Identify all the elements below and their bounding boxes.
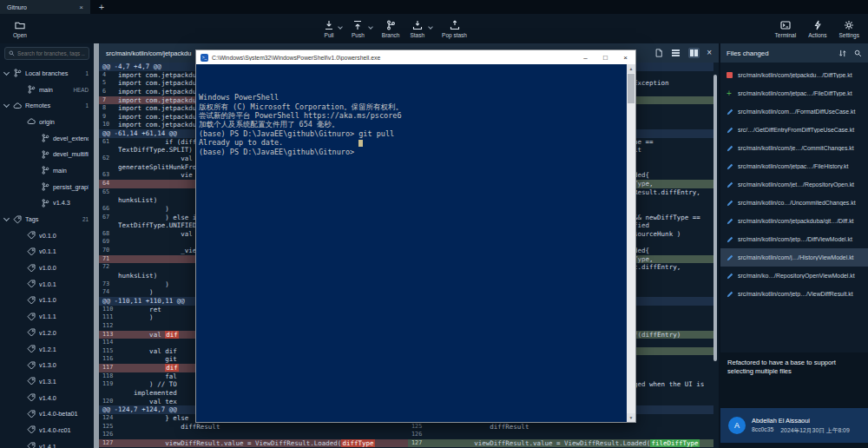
line-text: Type, <box>634 255 654 263</box>
file-row[interactable]: + src/main/kotlin/com/jetpackduba/git…/D… <box>720 212 868 230</box>
file-row[interactable]: + src/main/kotlin/com/jetp…/ViewDiffResu… <box>720 285 868 303</box>
file-row[interactable]: + src/main/kotlin/com/jet…/RepositoryOpe… <box>720 175 868 194</box>
line-text: ) else i <box>118 214 196 221</box>
file-row[interactable]: + src/main/kotlin/com/je…/CommitChanges.… <box>720 139 868 157</box>
file-row[interactable]: + src/main/kotlin/com/jetpackdu…/DiffTyp… <box>720 66 868 84</box>
pull-button[interactable]: Pull <box>319 20 339 38</box>
sort-icon[interactable] <box>838 49 846 57</box>
tab-gitnuro[interactable]: Gitnuro × <box>0 0 90 14</box>
chevron-down-icon[interactable] <box>3 102 10 108</box>
commit-hash: 8cc0c35 <box>752 426 773 435</box>
sidebar-item[interactable]: v1.4.1 <box>0 438 94 448</box>
file-path: src/main/kotlin/com/jetp…/DiffViewModel.… <box>738 236 865 242</box>
file-row[interactable]: + src/main/kotlin/com…/FormatDiffUseCase… <box>720 102 868 121</box>
sidebar-item[interactable]: v1.2.1 <box>0 341 94 358</box>
line-text: @@ -4,7 +4,7 @@ <box>102 63 161 70</box>
search-box[interactable] <box>4 47 89 60</box>
sidebar-item[interactable]: devel_extend_termina… <box>0 130 94 147</box>
new-tab-button[interactable]: + <box>90 0 113 14</box>
pull-dropdown-icon[interactable] <box>338 24 343 30</box>
powershell-window[interactable]: >_ C:\Windows\System32\WindowsPowerShell… <box>195 49 636 423</box>
app-window: Gitnuro × + Open Pull Push <box>0 0 868 448</box>
open-button[interactable]: Open <box>9 20 31 38</box>
sidebar-item[interactable]: v0.1.1 <box>0 244 94 260</box>
file-row[interactable]: + src/main/kotlin/com/jetpac…/FileDiffTy… <box>720 84 868 102</box>
sidebar-item-label: v1.3.1 <box>39 378 89 385</box>
line-text: t.diffEntry, <box>634 263 681 271</box>
sidebar-item[interactable]: v1.1.0 <box>0 293 94 309</box>
sidebar-item[interactable]: v1.4.0-rc01 <box>0 422 94 438</box>
sidebar-item[interactable]: devel_multifile_select… <box>0 146 94 162</box>
close-icon[interactable]: × <box>79 3 83 11</box>
sidebar-item[interactable]: Local branches 1 <box>0 65 94 82</box>
pop-stash-button[interactable]: Pop stash <box>437 20 471 38</box>
cloud-icon <box>13 102 22 110</box>
terminal-icon <box>780 20 791 30</box>
sidebar-item[interactable]: v1.4.0 <box>0 390 94 406</box>
unified-view-button[interactable] <box>670 48 681 58</box>
line-text: fal <box>118 372 177 380</box>
added-status-icon: + <box>727 90 732 97</box>
powershell-console[interactable]: Windows PowerShell版权所有 (C) Microsoft Cor… <box>196 64 635 422</box>
line-number: 111 <box>99 313 118 322</box>
file-row[interactable]: + src/main/ko…/RepositoryOpenViewModel.k… <box>720 267 868 285</box>
sidebar-item[interactable]: v0.1.0 <box>0 227 94 244</box>
console-scrollbar[interactable]: ▲ ▼ <box>627 64 635 422</box>
file-row[interactable]: + src/main/kotlin/com/jetpac…/FileHistor… <box>720 157 868 175</box>
sidebar-item[interactable]: main <box>0 162 94 179</box>
push-dropdown-icon[interactable] <box>368 24 373 30</box>
file-row[interactable]: + src/main/kotlin/com/jetp…/DiffViewMode… <box>720 230 868 248</box>
sidebar-item[interactable]: v1.0.1 <box>0 276 94 293</box>
actions-button[interactable]: Actions <box>804 20 831 38</box>
stash-button[interactable]: Stash <box>405 20 429 38</box>
pop-stash-icon <box>450 20 460 30</box>
line-text: git <box>118 355 177 363</box>
file-path: src/main/kotlin/com/jetpac…/FileDiffType… <box>738 90 865 96</box>
scrollbar-thumb[interactable] <box>628 74 635 103</box>
sidebar-item[interactable]: main HEAD <box>0 82 94 98</box>
line-number: 64 <box>99 180 118 188</box>
line-text: diffResult <box>118 423 220 431</box>
search-icon[interactable] <box>854 49 862 57</box>
close-diff-icon[interactable]: × <box>707 49 712 57</box>
chevron-down-icon[interactable] <box>3 69 10 76</box>
settings-button[interactable]: Settings <box>835 20 865 38</box>
scroll-up-icon[interactable]: ▲ <box>627 64 635 73</box>
sidebar-item[interactable]: v1.3.1 <box>0 373 94 390</box>
stash-dropdown-icon[interactable] <box>428 24 433 30</box>
search-input[interactable] <box>17 50 85 56</box>
line-text: TextDiffType.UNIFIED <box>118 221 196 229</box>
sidebar-item[interactable]: v1.1.1 <box>0 308 94 325</box>
sidebar-item[interactable]: v1.4.3 <box>0 195 94 212</box>
close-button[interactable]: × <box>615 50 635 64</box>
file-row[interactable]: + src/main/kotlin/co…/UncommitedChanges.… <box>720 194 868 212</box>
diff-line: 127 viewDiffResult.value = ViewDiffResul… <box>408 439 713 448</box>
branch-button[interactable]: Branch <box>378 20 404 38</box>
sidebar-item[interactable]: v1.4.0-beta01 <box>0 405 94 422</box>
panel-bottom-strip <box>720 443 868 448</box>
sidebar-item-label: persist_graph_paddin… <box>53 183 89 191</box>
sidebar-item[interactable]: v1.3.0 <box>0 357 94 373</box>
minimize-button[interactable]: – <box>575 50 595 64</box>
powershell-titlebar[interactable]: >_ C:\Windows\System32\WindowsPowerShell… <box>196 50 635 64</box>
tag-icon <box>27 264 36 273</box>
push-button[interactable]: Push <box>347 20 369 38</box>
diff-scrollbar[interactable] <box>713 75 717 361</box>
terminal-button[interactable]: Terminal <box>771 20 801 38</box>
chevron-down-icon[interactable] <box>3 215 10 221</box>
split-view-button[interactable] <box>688 48 700 58</box>
maximize-button[interactable]: □ <box>595 50 615 64</box>
sidebar-item[interactable]: v1.2.0 <box>0 325 94 341</box>
sidebar-item[interactable]: origin <box>0 114 94 130</box>
sidebar-item[interactable]: Tags 21 <box>0 211 94 227</box>
file-icon[interactable] <box>654 49 663 57</box>
sidebar-item-label: v1.3.0 <box>39 361 89 369</box>
sidebar-item[interactable]: persist_graph_paddin… <box>0 179 94 195</box>
sidebar-item[interactable]: Remotes 1 <box>0 97 94 114</box>
commit-author-card[interactable]: A Abdellah El Aissaoui 8cc0c35 2024年12月3… <box>720 408 868 443</box>
scroll-down-icon[interactable]: ▼ <box>627 413 635 422</box>
sidebar-item[interactable]: v1.0.0 <box>0 260 94 276</box>
line-text: diffResult <box>427 423 529 431</box>
file-row[interactable]: + src/main/kotlin/com/j…/HistoryViewMode… <box>720 248 868 267</box>
file-row[interactable]: + src/…/GetDiffEntryFromDiffTypeUseCase.… <box>720 121 868 139</box>
